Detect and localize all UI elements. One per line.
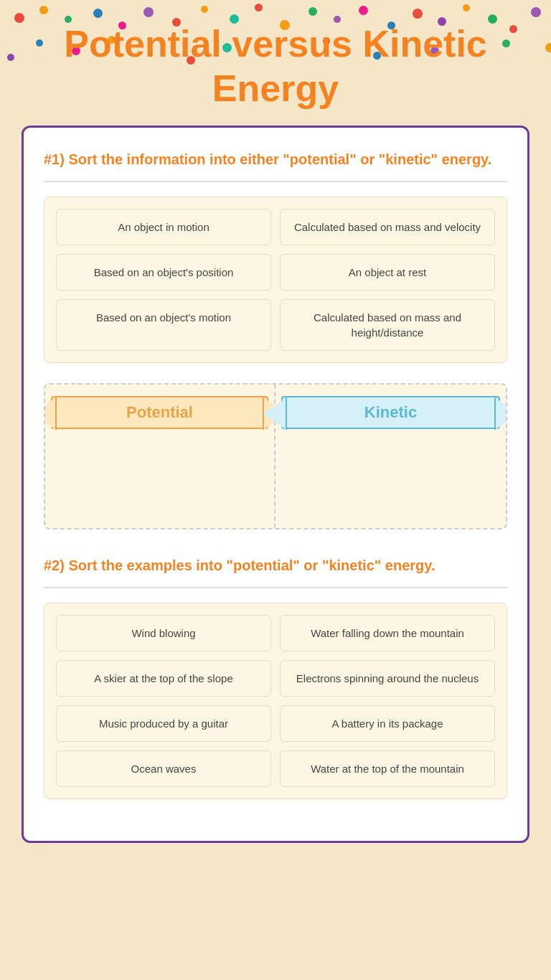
item-card[interactable]: Electrons spinning around the nucleus [280,660,495,697]
item-card[interactable]: Calculated based on mass and height/dist… [280,299,495,351]
potential-banner: Potential [51,396,268,429]
section2-items-grid: Wind blowingWater falling down the mount… [44,603,507,799]
sort-zones-section1: Potential Kinetic [44,383,507,529]
section1-items-grid: An object in motionCalculated based on m… [44,197,507,363]
item-card[interactable]: Based on an object's motion [56,299,271,351]
section2: #2) Sort the examples into "potential" o… [44,555,507,799]
item-card[interactable]: Music produced by a guitar [56,705,271,742]
main-card: #1) Sort the information into either "po… [22,126,529,843]
item-card[interactable]: An object in motion [56,209,271,245]
section2-heading: #2) Sort the examples into "potential" o… [44,555,507,575]
divider1 [44,181,507,182]
item-card[interactable]: Calculated based on mass and velocity [280,209,495,245]
item-card[interactable]: A skier at the top of the slope [56,660,271,697]
divider2 [44,587,507,588]
item-card[interactable]: Wind blowing [56,615,271,651]
page-title: Potential versus Kinetic Energy [29,22,522,111]
item-card[interactable]: Based on an object's position [56,254,271,291]
page-header: Potential versus Kinetic Energy [0,0,551,126]
item-card[interactable]: Ocean waves [56,750,271,787]
item-card[interactable]: Water falling down the mountain [280,615,495,651]
potential-zone[interactable]: Potential [45,385,276,528]
section1-heading: #1) Sort the information into either "po… [44,149,507,169]
item-card[interactable]: A battery in its package [280,705,495,742]
kinetic-zone[interactable]: Kinetic [276,385,506,528]
kinetic-banner: Kinetic [281,396,500,429]
item-card[interactable]: An object at rest [280,254,495,291]
item-card[interactable]: Water at the top of the mountain [280,750,495,787]
